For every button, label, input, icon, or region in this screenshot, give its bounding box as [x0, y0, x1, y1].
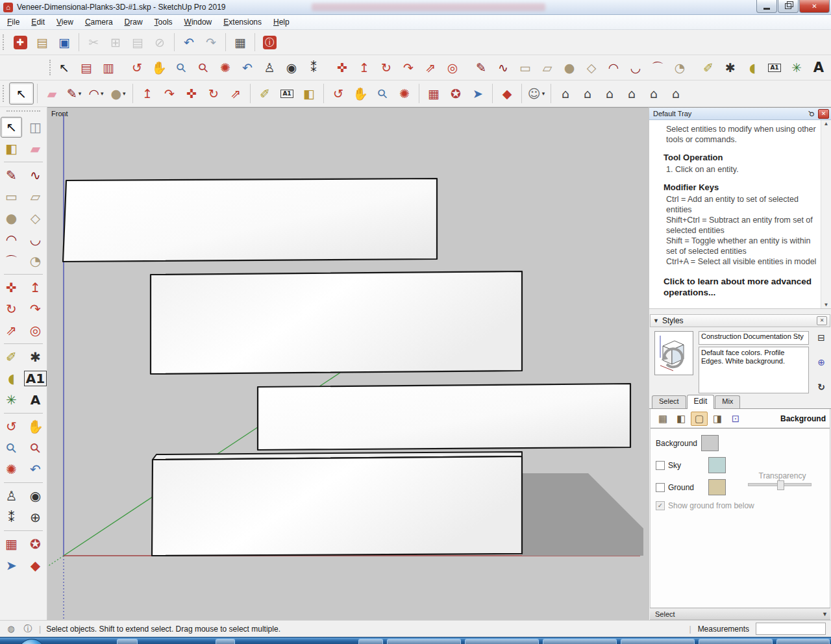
3d-warehouse-icon[interactable]: ▦ [423, 83, 445, 104]
right-view-icon[interactable]: ⌂ [621, 83, 643, 104]
taskbar-item[interactable] [216, 639, 235, 644]
menu-file[interactable]: File [1, 16, 25, 29]
arc-icon[interactable]: ◠▾ [85, 83, 107, 104]
chevron-down-icon[interactable]: ▾ [79, 90, 82, 97]
text-icon[interactable]: A1 [763, 57, 786, 78]
model-canvas[interactable] [47, 108, 649, 620]
pointer-icon[interactable]: ↖ [53, 57, 75, 78]
make-component-icon[interactable]: ◫ [25, 117, 46, 138]
background-settings-icon[interactable]: ▢ [691, 412, 708, 426]
background-color-swatch[interactable] [701, 435, 719, 451]
sky-checkbox[interactable] [656, 461, 665, 470]
pie-icon[interactable]: ◔ [25, 251, 46, 271]
measurements-input[interactable] [756, 623, 826, 635]
paste-icon[interactable]: ▤ [127, 32, 149, 53]
chevron-down-icon[interactable]: ▼ [822, 611, 828, 617]
chevron-down-icon[interactable]: ▾ [101, 90, 104, 97]
pan-icon[interactable]: ✋ [148, 57, 170, 78]
transparency-slider[interactable] [748, 483, 812, 486]
position-camera-icon[interactable]: ♙ [1, 486, 22, 506]
move-icon[interactable]: ✜ [180, 83, 203, 104]
windows-taskbar[interactable] [0, 637, 831, 644]
taskbar-item[interactable] [465, 639, 539, 644]
tab-mix[interactable]: Mix [715, 395, 740, 408]
zoom-extents-icon[interactable]: ✺ [393, 83, 416, 104]
menu-extensions[interactable]: Extensions [217, 16, 267, 29]
3d-text-icon[interactable]: A [808, 57, 830, 78]
walk-icon[interactable]: ⁑ [303, 57, 325, 78]
plank-4[interactable] [152, 456, 522, 556]
instructor-scrollbar[interactable]: ▲ ▼ [821, 120, 831, 308]
modeling-settings-icon[interactable]: ⊡ [727, 412, 744, 426]
copy-icon[interactable]: ⊞ [105, 32, 127, 53]
style-name-field[interactable]: Construction Documentation Sty [699, 331, 809, 345]
restore-button[interactable] [778, 0, 799, 13]
close-button[interactable]: ✕ [799, 0, 830, 13]
taskbar-item[interactable] [387, 639, 461, 644]
select-icon[interactable]: ↖ [9, 82, 34, 105]
print-icon[interactable]: ▦ [229, 32, 251, 53]
menu-view[interactable]: View [51, 16, 79, 29]
styles-close-button[interactable]: ✕ [817, 316, 827, 325]
get-models-icon[interactable]: ✪ [25, 534, 46, 554]
walk-compass-icon[interactable]: ⊕ [25, 507, 46, 528]
tape-measure-icon[interactable]: ✐ [697, 57, 719, 78]
paint-bucket-icon[interactable]: ◧ [1, 138, 22, 159]
front-view-icon[interactable]: ⌂ [599, 83, 621, 104]
chevron-down-icon[interactable]: ▾ [542, 90, 545, 97]
orbit-icon[interactable]: ↺ [327, 83, 349, 104]
pan-icon[interactable]: ✋ [25, 416, 46, 437]
push-pull-icon[interactable]: ↥ [25, 277, 46, 298]
dimension-icon[interactable]: ✱ [25, 347, 46, 367]
back-view-icon[interactable]: ⌂ [643, 83, 665, 104]
model-viewport[interactable]: Front [47, 107, 649, 620]
section-cut-icon[interactable]: ▥ [97, 57, 119, 78]
learn-more-link[interactable]: Click to learn about more advanced opera… [664, 276, 817, 298]
new-icon[interactable]: ✚ [9, 32, 31, 53]
rotate-icon[interactable]: ↻ [203, 83, 225, 104]
scroll-down-icon[interactable]: ▼ [824, 302, 829, 308]
freehand-icon[interactable]: ∿ [492, 57, 514, 78]
menu-window[interactable]: Window [179, 16, 218, 29]
circle-icon[interactable]: ● [558, 57, 580, 78]
zoom-icon[interactable]: ⚲ [371, 83, 393, 104]
minimize-button[interactable] [756, 0, 777, 13]
taskbar-item[interactable] [358, 639, 383, 644]
palette-grip[interactable] [6, 110, 40, 114]
zoom-previous-icon[interactable]: ↶ [236, 57, 258, 78]
look-around-icon[interactable]: ◉ [280, 57, 303, 78]
follow-me-icon[interactable]: ↷ [158, 83, 180, 104]
toolbar-grip[interactable] [49, 60, 51, 75]
sign-in-icon[interactable]: ☺▾ [525, 83, 547, 104]
erase-icon[interactable]: ⊘ [149, 32, 171, 53]
zoom-window-icon[interactable]: ⚲ [192, 57, 214, 78]
follow-me-icon[interactable]: ↷ [25, 299, 46, 319]
zoom-icon[interactable]: ⚲ [170, 57, 192, 78]
face-settings-icon[interactable]: ◧ [673, 412, 689, 426]
walk-icon[interactable]: ⁑ [1, 507, 22, 528]
line-icon[interactable]: ✎ [1, 165, 22, 186]
rotate-icon[interactable]: ↻ [1, 299, 22, 319]
menu-tools[interactable]: Tools [149, 16, 179, 29]
axes-icon[interactable]: ✳ [1, 390, 22, 410]
rectangle-icon[interactable]: ▭ [514, 57, 536, 78]
scale-icon[interactable]: ⇗ [1, 320, 22, 341]
save-icon[interactable]: ▣ [53, 32, 75, 53]
zoom-icon[interactable]: ⚲ [1, 438, 22, 458]
green-axis-dotted[interactable] [48, 556, 64, 566]
freehand-icon[interactable]: ∿ [25, 165, 46, 186]
extension-warehouse-icon[interactable]: ◆ [25, 555, 46, 576]
share-model-icon[interactable]: ➤ [1, 555, 22, 576]
plank-3[interactable] [258, 384, 630, 450]
paint-bucket-icon[interactable]: ◧ [298, 83, 320, 104]
tape-measure-icon[interactable]: ✐ [1, 347, 22, 367]
tray-select-bar[interactable]: Select ▼ [650, 608, 830, 620]
rotated-rectangle-icon[interactable]: ▱ [25, 186, 46, 207]
3d-warehouse-icon[interactable]: ▦ [1, 534, 22, 554]
tab-edit[interactable]: Edit [687, 395, 715, 409]
geolocation-icon[interactable]: ◍ [5, 623, 17, 635]
follow-me-icon[interactable]: ↷ [397, 57, 419, 78]
move-icon[interactable]: ✜ [331, 57, 353, 78]
circle-icon[interactable]: ● [1, 208, 22, 229]
toolbar-grip[interactable] [3, 85, 6, 102]
